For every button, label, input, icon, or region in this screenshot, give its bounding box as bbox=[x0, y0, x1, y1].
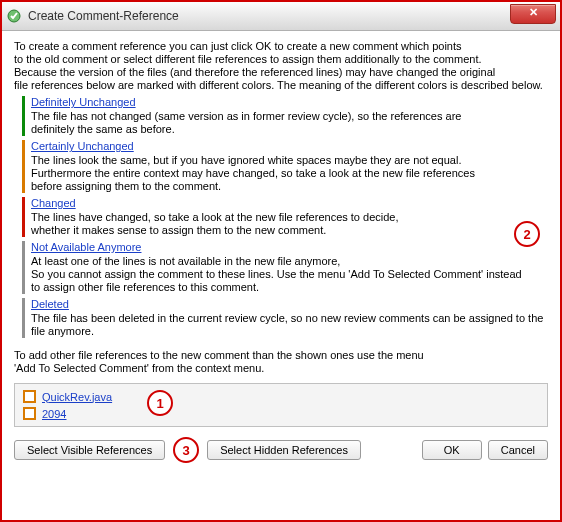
intro-line: Because the version of the files (and th… bbox=[14, 66, 548, 78]
select-hidden-references-button[interactable]: Select Hidden References bbox=[207, 440, 361, 460]
dialog-content: To create a comment reference you can ju… bbox=[2, 31, 560, 521]
file-references-panel: 1 QuickRev.java 2094 bbox=[14, 383, 548, 427]
category-desc: definitely the same as before. bbox=[31, 123, 548, 135]
button-bar: Select Visible References 3 Select Hidde… bbox=[14, 437, 548, 463]
ok-button[interactable]: OK bbox=[422, 440, 482, 460]
close-button[interactable]: ✕ bbox=[510, 4, 556, 24]
category-desc: At least one of the lines is not availab… bbox=[31, 255, 548, 267]
category-certainly-unchanged: Certainly Unchanged The lines look the s… bbox=[22, 140, 548, 193]
title-bar: Create Comment-Reference ✕ bbox=[2, 2, 560, 31]
category-link-changed[interactable]: Changed bbox=[31, 197, 76, 209]
intro-line: To create a comment reference you can ju… bbox=[14, 40, 548, 52]
category-link-not-available[interactable]: Not Available Anymore bbox=[31, 241, 141, 253]
category-desc: The file has been deleted in the current… bbox=[31, 312, 548, 324]
category-deleted: Deleted The file has been deleted in the… bbox=[22, 298, 548, 338]
file-reference-row: 2094 bbox=[23, 405, 539, 422]
select-visible-references-button[interactable]: Select Visible References bbox=[14, 440, 165, 460]
file-reference-row: QuickRev.java bbox=[23, 388, 539, 405]
menu-hint-line: To add other file references to the new … bbox=[14, 349, 548, 361]
category-link-certainly-unchanged[interactable]: Certainly Unchanged bbox=[31, 140, 134, 152]
category-desc: The lines look the same, but if you have… bbox=[31, 154, 548, 166]
callout-3: 3 bbox=[173, 437, 199, 463]
category-not-available: Not Available Anymore At least one of th… bbox=[22, 241, 548, 294]
category-desc: before assigning them to the comment. bbox=[31, 180, 548, 192]
file-reference-link[interactable]: QuickRev.java bbox=[42, 391, 112, 403]
category-desc: So you cannot assign the comment to thes… bbox=[31, 268, 548, 280]
menu-hint-line: 'Add To Selected Comment' from the conte… bbox=[14, 362, 548, 374]
category-definitely-unchanged: Definitely Unchanged The file has not ch… bbox=[22, 96, 548, 136]
category-desc: whether it makes sense to assign them to… bbox=[31, 224, 548, 236]
category-desc: The lines have changed, so take a look a… bbox=[31, 211, 548, 223]
file-reference-link[interactable]: 2094 bbox=[42, 408, 66, 420]
category-changed: Changed The lines have changed, so take … bbox=[22, 197, 548, 237]
category-desc: Furthermore the entire context may have … bbox=[31, 167, 548, 179]
close-icon: ✕ bbox=[529, 6, 538, 18]
category-link-deleted[interactable]: Deleted bbox=[31, 298, 69, 310]
intro-line: file references below are marked with di… bbox=[14, 79, 548, 91]
menu-hint: To add other file references to the new … bbox=[14, 348, 548, 375]
callout-1: 1 bbox=[147, 390, 173, 416]
window-title: Create Comment-Reference bbox=[28, 9, 179, 23]
file-reference-checkbox[interactable] bbox=[23, 407, 36, 420]
category-desc: to assign other file references to this … bbox=[31, 281, 548, 293]
cancel-button[interactable]: Cancel bbox=[488, 440, 548, 460]
callout-2: 2 bbox=[514, 221, 540, 247]
category-desc: file anymore. bbox=[31, 325, 548, 337]
category-link-definitely-unchanged[interactable]: Definitely Unchanged bbox=[31, 96, 136, 108]
category-desc: The file has not changed (same version a… bbox=[31, 110, 548, 122]
intro-line: to the old comment or select different f… bbox=[14, 53, 548, 65]
file-reference-checkbox[interactable] bbox=[23, 390, 36, 403]
app-icon bbox=[6, 8, 22, 24]
intro-text: To create a comment reference you can ju… bbox=[14, 39, 548, 92]
